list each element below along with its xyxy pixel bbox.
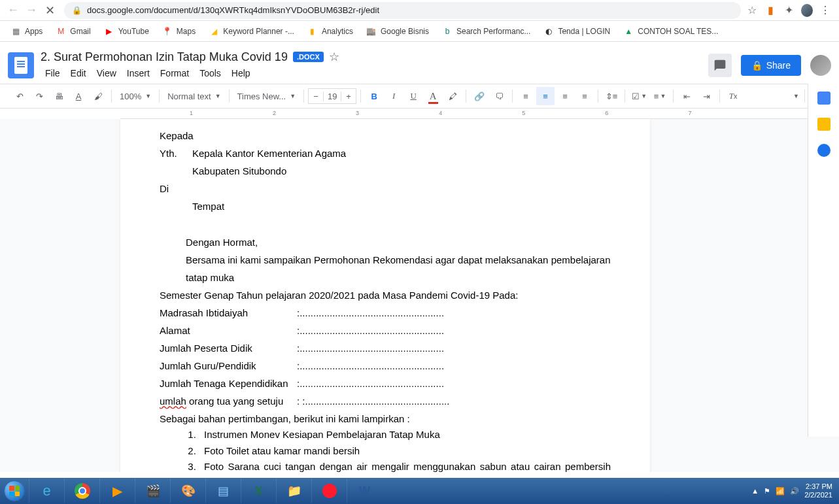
- doc-line: Kepada: [160, 127, 611, 144]
- task-explorer[interactable]: 📁: [276, 479, 311, 503]
- bookmark-contoh[interactable]: ▲CONTOH SOAL TES...: [618, 24, 723, 39]
- menu-format[interactable]: Format: [156, 65, 194, 81]
- bookmark-youtube[interactable]: ▶YouTube: [99, 24, 154, 39]
- chevron-down-icon: ▼: [290, 93, 296, 99]
- menu-tools[interactable]: Tools: [195, 65, 226, 81]
- bookmark-keyword[interactable]: ◢Keyword Planner -...: [203, 24, 300, 39]
- browser-toolbar: ← → ✕ 🔒 docs.google.com/document/d/130qX…: [0, 0, 839, 21]
- comments-button[interactable]: [708, 54, 732, 77]
- undo-button[interactable]: ↶: [10, 87, 29, 105]
- star-icon[interactable]: ☆: [746, 5, 758, 16]
- extensions-icon[interactable]: ✦: [783, 5, 795, 16]
- bookmark-analytics[interactable]: ▮Analytics: [302, 24, 358, 39]
- decrease-font-button[interactable]: −: [309, 92, 323, 101]
- apps-shortcut[interactable]: ▦Apps: [5, 24, 48, 39]
- bookmark-maps[interactable]: 📍Maps: [157, 24, 201, 39]
- underline-button[interactable]: U: [404, 87, 422, 105]
- attachment-list: Instrumen Monev Kesiapan Pembelajaran Ta…: [199, 428, 611, 472]
- docs-header: 2. Surat Permohonan Izin Tatap Muka Covi…: [0, 42, 839, 84]
- italic-button[interactable]: I: [385, 87, 403, 105]
- font-select[interactable]: Times New...▼: [233, 87, 300, 105]
- task-movie[interactable]: 🎬: [135, 479, 170, 503]
- profile-avatar[interactable]: [801, 5, 813, 16]
- stop-button[interactable]: ✕: [41, 1, 59, 20]
- bold-button[interactable]: B: [365, 87, 383, 105]
- tenda-icon: ◐: [543, 26, 554, 37]
- apps-icon: ▦: [10, 26, 21, 37]
- align-justify-button[interactable]: ≡: [575, 87, 594, 105]
- highlight-button[interactable]: 🖍: [443, 87, 462, 105]
- doc-line: Bersama ini kami sampaikan Permohonan Re…: [186, 251, 611, 286]
- clear-format-button[interactable]: Tx: [724, 87, 742, 105]
- chevron-down-icon: ▼: [145, 93, 151, 99]
- keep-icon[interactable]: [817, 118, 830, 131]
- text-color-button[interactable]: A: [424, 87, 442, 105]
- font-size-value[interactable]: 19: [323, 92, 341, 101]
- ads-icon: ◢: [209, 26, 219, 37]
- insert-link-button[interactable]: 🔗: [470, 87, 488, 105]
- field-row: Alamat:.................................…: [160, 322, 611, 339]
- document-page[interactable]: Kepada Yth. Kepala Kantor Kementerian Ag…: [120, 119, 650, 472]
- zoom-select[interactable]: 100%▼: [116, 87, 155, 105]
- field-row: Jumlah Peserta Didik:...................…: [160, 339, 611, 357]
- document-title[interactable]: 2. Surat Permohonan Izin Tatap Muka Covi…: [41, 50, 288, 64]
- task-ie[interactable]: e: [29, 479, 64, 503]
- task-wmp[interactable]: ▶: [99, 479, 135, 503]
- share-button[interactable]: 🔒Share: [741, 55, 801, 76]
- menu-file[interactable]: File: [41, 65, 65, 81]
- insert-comment-button[interactable]: 🗨: [490, 87, 508, 105]
- line-spacing-button[interactable]: ⇕≡: [602, 87, 621, 105]
- start-button[interactable]: [0, 478, 29, 504]
- toolbar-more-icon[interactable]: ▼: [793, 93, 799, 99]
- decrease-indent-button[interactable]: ⇤: [677, 87, 696, 105]
- menu-insert[interactable]: Insert: [122, 65, 154, 81]
- youtube-icon: ▶: [104, 26, 114, 37]
- bullet-list-button[interactable]: ≡▼: [651, 87, 669, 105]
- paint-format-button[interactable]: 🖌: [89, 87, 107, 105]
- task-paint[interactable]: 🎨: [170, 479, 205, 503]
- network-icon[interactable]: 📶: [776, 487, 785, 496]
- horizontal-ruler[interactable]: 1 2 3 4 5 6 7: [120, 109, 813, 119]
- menu-view[interactable]: View: [92, 65, 121, 81]
- task-chrome[interactable]: [64, 479, 99, 503]
- increase-font-button[interactable]: +: [341, 92, 356, 101]
- doc-line: Yth. Kepala Kantor Kementerian Agama: [160, 144, 611, 162]
- bookmark-bisnis[interactable]: 🏬Google Bisnis: [361, 24, 434, 39]
- align-center-button[interactable]: ≡: [536, 87, 555, 105]
- redo-button[interactable]: ↷: [30, 87, 48, 105]
- forward-button[interactable]: →: [22, 1, 41, 20]
- task-opera[interactable]: [311, 479, 347, 503]
- field-row: umlah orang tua yang setuju: :..........…: [160, 392, 611, 410]
- account-avatar[interactable]: [810, 55, 831, 76]
- flag-icon[interactable]: ⚑: [764, 487, 770, 496]
- address-bar[interactable]: 🔒 docs.google.com/document/d/130qXWRTkq4…: [64, 2, 741, 19]
- tasks-icon[interactable]: [817, 144, 830, 157]
- bookmark-search[interactable]: bSearch Performanc...: [437, 24, 536, 39]
- style-select[interactable]: Normal text▼: [163, 87, 224, 105]
- print-button[interactable]: 🖶: [50, 87, 68, 105]
- task-excel[interactable]: X: [241, 479, 276, 503]
- align-left-button[interactable]: ≡: [517, 87, 535, 105]
- volume-icon[interactable]: 🔊: [790, 487, 799, 496]
- docs-logo[interactable]: [8, 52, 34, 78]
- lock-icon: 🔒: [72, 6, 82, 15]
- clock[interactable]: 2:37 PM 2/2/2021: [804, 482, 832, 499]
- task-stack[interactable]: ▤: [205, 479, 241, 503]
- bookmark-gmail[interactable]: MGmail: [50, 24, 95, 39]
- increase-indent-button[interactable]: ⇥: [697, 87, 715, 105]
- back-button[interactable]: ←: [4, 1, 22, 20]
- star-button[interactable]: ☆: [329, 50, 339, 64]
- tray-up-icon[interactable]: ▲: [751, 487, 759, 495]
- calendar-icon[interactable]: [817, 92, 830, 105]
- task-word[interactable]: W: [347, 479, 382, 503]
- bookmark-tenda[interactable]: ◐Tenda | LOGIN: [538, 24, 615, 39]
- menu-help[interactable]: Help: [227, 65, 255, 81]
- menu-edit[interactable]: Edit: [66, 65, 91, 81]
- formatting-toolbar: ↶ ↷ 🖶 A 🖌 100%▼ Normal text▼ Times New..…: [0, 84, 839, 109]
- document-canvas[interactable]: Kepada Yth. Kepala Kantor Kementerian Ag…: [0, 119, 839, 472]
- chrome-menu-icon[interactable]: ⋮: [819, 5, 831, 16]
- spellcheck-button[interactable]: A: [69, 87, 88, 105]
- checklist-button[interactable]: ☑▼: [629, 87, 649, 105]
- extension-icon-1[interactable]: ▮: [764, 5, 776, 16]
- align-right-button[interactable]: ≡: [556, 87, 574, 105]
